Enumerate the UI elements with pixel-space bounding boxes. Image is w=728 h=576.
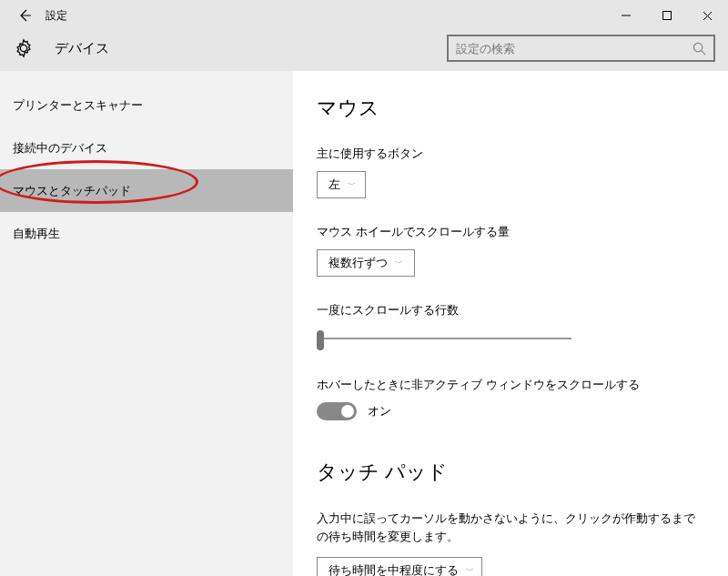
- maximize-button[interactable]: [646, 0, 687, 31]
- settings-search-box[interactable]: [447, 35, 715, 62]
- toggle-knob: [341, 405, 354, 418]
- hover-scroll-label: ホバーしたときに非アクティブ ウィンドウをスクロールする: [317, 377, 704, 393]
- titlebar: 設定: [0, 0, 728, 31]
- touchpad-delay-description: 入力中に誤ってカーソルを動かさないように、クリックが作動するまでの待ち時間を変更…: [317, 510, 704, 546]
- chevron-down-icon: ﹀: [348, 179, 356, 191]
- svg-rect-0: [662, 12, 671, 20]
- search-icon: [693, 42, 706, 56]
- subheader: デバイス: [0, 31, 728, 71]
- wheel-scroll-value: 複数行ずつ: [329, 255, 388, 271]
- maximize-icon: [662, 11, 672, 20]
- wheel-scroll-select[interactable]: 複数行ずつ ﹀: [317, 249, 415, 277]
- back-button[interactable]: [7, 0, 42, 31]
- hover-scroll-state: オン: [368, 403, 391, 419]
- settings-gear-icon: [13, 37, 35, 59]
- primary-button-value: 左: [329, 177, 340, 193]
- main-area: プリンターとスキャナー 接続中のデバイス マウスとタッチパッド 自動再生 マウス…: [0, 71, 728, 576]
- settings-search-input[interactable]: [456, 42, 693, 56]
- sidebar-item-label: プリンターとスキャナー: [13, 97, 143, 114]
- close-button[interactable]: [687, 0, 728, 31]
- content-pane: マウス 主に使用するボタン 左 ﹀ マウス ホイールでスクロールする量 複数行ず…: [293, 71, 728, 576]
- slider-track: [317, 338, 571, 339]
- back-arrow-icon: [17, 8, 32, 23]
- mouse-section-heading: マウス: [317, 95, 704, 122]
- lines-per-scroll-slider[interactable]: [317, 328, 571, 349]
- hover-scroll-toggle[interactable]: [317, 402, 357, 420]
- primary-button-label: 主に使用するボタン: [317, 146, 704, 162]
- wheel-scroll-label: マウス ホイールでスクロールする量: [317, 224, 704, 240]
- sidebar-item-label: マウスとタッチパッド: [13, 183, 131, 199]
- slider-thumb[interactable]: [317, 330, 324, 350]
- close-icon: [703, 11, 713, 21]
- minimize-icon: [622, 11, 631, 20]
- page-category-title: デバイス: [35, 40, 109, 57]
- chevron-down-icon: ﹀: [466, 565, 474, 576]
- sidebar-item-autoplay[interactable]: 自動再生: [0, 212, 293, 255]
- touchpad-section-heading: タッチ パッド: [317, 459, 704, 486]
- sidebar-item-label: 自動再生: [13, 226, 60, 242]
- sidebar-item-connected-devices[interactable]: 接続中のデバイス: [0, 126, 293, 169]
- sidebar-item-label: 接続中のデバイス: [13, 140, 107, 157]
- sidebar-item-printers-scanners[interactable]: プリンターとスキャナー: [0, 84, 293, 126]
- touchpad-delay-select[interactable]: 待ち時間を中程度にする ﹀: [317, 557, 482, 576]
- lines-per-scroll-label: 一度にスクロールする行数: [317, 302, 704, 318]
- chevron-down-icon: ﹀: [395, 258, 403, 269]
- primary-button-select[interactable]: 左 ﹀: [317, 171, 366, 198]
- sidebar-item-mouse-touchpad[interactable]: マウスとタッチパッド: [0, 169, 293, 212]
- minimize-button[interactable]: [605, 0, 646, 31]
- window-title: 設定: [42, 8, 67, 24]
- svg-point-1: [693, 43, 702, 51]
- touchpad-delay-value: 待ち時間を中程度にする: [329, 562, 459, 576]
- sidebar: プリンターとスキャナー 接続中のデバイス マウスとタッチパッド 自動再生: [0, 71, 293, 576]
